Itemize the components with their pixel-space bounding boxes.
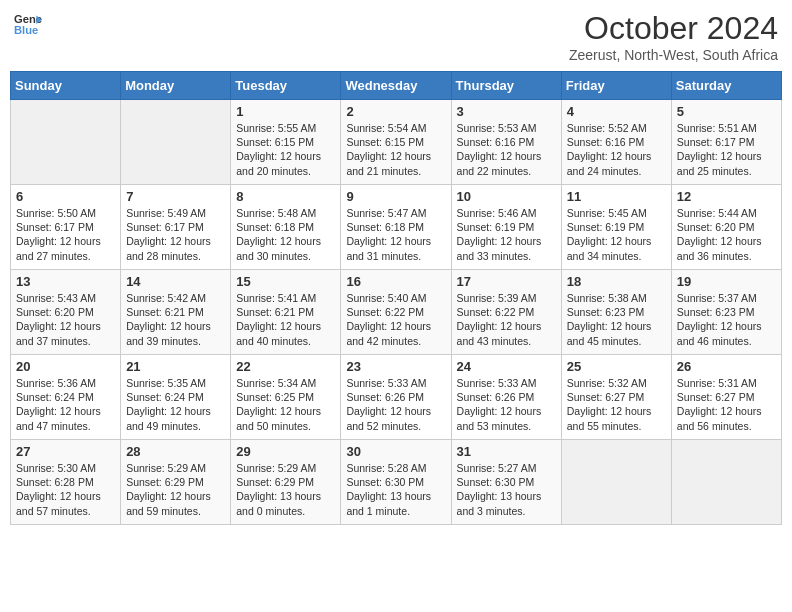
day-info: Sunrise: 5:33 AM Sunset: 6:26 PM Dayligh… bbox=[457, 376, 556, 433]
calendar-week-2: 6Sunrise: 5:50 AM Sunset: 6:17 PM Daylig… bbox=[11, 185, 782, 270]
day-info: Sunrise: 5:33 AM Sunset: 6:26 PM Dayligh… bbox=[346, 376, 445, 433]
day-number: 16 bbox=[346, 274, 445, 289]
calendar-cell-w4-d5: 24Sunrise: 5:33 AM Sunset: 6:26 PM Dayli… bbox=[451, 355, 561, 440]
col-wednesday: Wednesday bbox=[341, 72, 451, 100]
calendar-cell-w1-d1 bbox=[11, 100, 121, 185]
calendar-cell-w1-d7: 5Sunrise: 5:51 AM Sunset: 6:17 PM Daylig… bbox=[671, 100, 781, 185]
day-number: 6 bbox=[16, 189, 115, 204]
calendar-cell-w3-d4: 16Sunrise: 5:40 AM Sunset: 6:22 PM Dayli… bbox=[341, 270, 451, 355]
calendar-cell-w1-d6: 4Sunrise: 5:52 AM Sunset: 6:16 PM Daylig… bbox=[561, 100, 671, 185]
day-number: 29 bbox=[236, 444, 335, 459]
day-info: Sunrise: 5:51 AM Sunset: 6:17 PM Dayligh… bbox=[677, 121, 776, 178]
calendar-cell-w1-d2 bbox=[121, 100, 231, 185]
day-number: 1 bbox=[236, 104, 335, 119]
day-info: Sunrise: 5:35 AM Sunset: 6:24 PM Dayligh… bbox=[126, 376, 225, 433]
day-number: 14 bbox=[126, 274, 225, 289]
day-info: Sunrise: 5:55 AM Sunset: 6:15 PM Dayligh… bbox=[236, 121, 335, 178]
day-number: 28 bbox=[126, 444, 225, 459]
day-info: Sunrise: 5:41 AM Sunset: 6:21 PM Dayligh… bbox=[236, 291, 335, 348]
calendar-cell-w4-d6: 25Sunrise: 5:32 AM Sunset: 6:27 PM Dayli… bbox=[561, 355, 671, 440]
day-info: Sunrise: 5:34 AM Sunset: 6:25 PM Dayligh… bbox=[236, 376, 335, 433]
day-info: Sunrise: 5:40 AM Sunset: 6:22 PM Dayligh… bbox=[346, 291, 445, 348]
calendar-cell-w4-d7: 26Sunrise: 5:31 AM Sunset: 6:27 PM Dayli… bbox=[671, 355, 781, 440]
day-number: 11 bbox=[567, 189, 666, 204]
day-number: 7 bbox=[126, 189, 225, 204]
calendar-week-3: 13Sunrise: 5:43 AM Sunset: 6:20 PM Dayli… bbox=[11, 270, 782, 355]
svg-text:Blue: Blue bbox=[14, 24, 38, 36]
col-saturday: Saturday bbox=[671, 72, 781, 100]
calendar-week-4: 20Sunrise: 5:36 AM Sunset: 6:24 PM Dayli… bbox=[11, 355, 782, 440]
calendar-cell-w4-d2: 21Sunrise: 5:35 AM Sunset: 6:24 PM Dayli… bbox=[121, 355, 231, 440]
day-info: Sunrise: 5:45 AM Sunset: 6:19 PM Dayligh… bbox=[567, 206, 666, 263]
day-number: 15 bbox=[236, 274, 335, 289]
month-title: October 2024 bbox=[569, 10, 778, 47]
day-number: 25 bbox=[567, 359, 666, 374]
calendar-cell-w2-d5: 10Sunrise: 5:46 AM Sunset: 6:19 PM Dayli… bbox=[451, 185, 561, 270]
calendar-cell-w2-d3: 8Sunrise: 5:48 AM Sunset: 6:18 PM Daylig… bbox=[231, 185, 341, 270]
calendar-cell-w5-d6 bbox=[561, 440, 671, 525]
day-number: 10 bbox=[457, 189, 556, 204]
day-info: Sunrise: 5:32 AM Sunset: 6:27 PM Dayligh… bbox=[567, 376, 666, 433]
title-area: October 2024 Zeerust, North-West, South … bbox=[569, 10, 778, 63]
day-info: Sunrise: 5:42 AM Sunset: 6:21 PM Dayligh… bbox=[126, 291, 225, 348]
day-number: 8 bbox=[236, 189, 335, 204]
day-info: Sunrise: 5:36 AM Sunset: 6:24 PM Dayligh… bbox=[16, 376, 115, 433]
day-info: Sunrise: 5:29 AM Sunset: 6:29 PM Dayligh… bbox=[126, 461, 225, 518]
day-number: 5 bbox=[677, 104, 776, 119]
calendar-cell-w1-d3: 1Sunrise: 5:55 AM Sunset: 6:15 PM Daylig… bbox=[231, 100, 341, 185]
day-info: Sunrise: 5:54 AM Sunset: 6:15 PM Dayligh… bbox=[346, 121, 445, 178]
day-number: 9 bbox=[346, 189, 445, 204]
day-number: 19 bbox=[677, 274, 776, 289]
day-number: 22 bbox=[236, 359, 335, 374]
day-info: Sunrise: 5:39 AM Sunset: 6:22 PM Dayligh… bbox=[457, 291, 556, 348]
calendar-cell-w3-d1: 13Sunrise: 5:43 AM Sunset: 6:20 PM Dayli… bbox=[11, 270, 121, 355]
day-number: 21 bbox=[126, 359, 225, 374]
day-number: 24 bbox=[457, 359, 556, 374]
day-number: 4 bbox=[567, 104, 666, 119]
day-number: 20 bbox=[16, 359, 115, 374]
day-number: 12 bbox=[677, 189, 776, 204]
calendar-week-1: 1Sunrise: 5:55 AM Sunset: 6:15 PM Daylig… bbox=[11, 100, 782, 185]
day-info: Sunrise: 5:52 AM Sunset: 6:16 PM Dayligh… bbox=[567, 121, 666, 178]
page-header: General Blue October 2024 Zeerust, North… bbox=[10, 10, 782, 63]
calendar-cell-w5-d4: 30Sunrise: 5:28 AM Sunset: 6:30 PM Dayli… bbox=[341, 440, 451, 525]
day-number: 3 bbox=[457, 104, 556, 119]
day-info: Sunrise: 5:49 AM Sunset: 6:17 PM Dayligh… bbox=[126, 206, 225, 263]
day-number: 2 bbox=[346, 104, 445, 119]
col-friday: Friday bbox=[561, 72, 671, 100]
calendar-cell-w5-d3: 29Sunrise: 5:29 AM Sunset: 6:29 PM Dayli… bbox=[231, 440, 341, 525]
day-info: Sunrise: 5:53 AM Sunset: 6:16 PM Dayligh… bbox=[457, 121, 556, 178]
logo: General Blue bbox=[14, 10, 42, 38]
day-number: 18 bbox=[567, 274, 666, 289]
day-info: Sunrise: 5:31 AM Sunset: 6:27 PM Dayligh… bbox=[677, 376, 776, 433]
calendar-cell-w2-d2: 7Sunrise: 5:49 AM Sunset: 6:17 PM Daylig… bbox=[121, 185, 231, 270]
calendar-table: Sunday Monday Tuesday Wednesday Thursday… bbox=[10, 71, 782, 525]
day-number: 17 bbox=[457, 274, 556, 289]
calendar-cell-w5-d5: 31Sunrise: 5:27 AM Sunset: 6:30 PM Dayli… bbox=[451, 440, 561, 525]
day-number: 23 bbox=[346, 359, 445, 374]
calendar-cell-w5-d1: 27Sunrise: 5:30 AM Sunset: 6:28 PM Dayli… bbox=[11, 440, 121, 525]
calendar-cell-w1-d4: 2Sunrise: 5:54 AM Sunset: 6:15 PM Daylig… bbox=[341, 100, 451, 185]
day-info: Sunrise: 5:28 AM Sunset: 6:30 PM Dayligh… bbox=[346, 461, 445, 518]
calendar-cell-w2-d4: 9Sunrise: 5:47 AM Sunset: 6:18 PM Daylig… bbox=[341, 185, 451, 270]
day-info: Sunrise: 5:48 AM Sunset: 6:18 PM Dayligh… bbox=[236, 206, 335, 263]
calendar-cell-w3-d2: 14Sunrise: 5:42 AM Sunset: 6:21 PM Dayli… bbox=[121, 270, 231, 355]
calendar-cell-w4-d4: 23Sunrise: 5:33 AM Sunset: 6:26 PM Dayli… bbox=[341, 355, 451, 440]
col-tuesday: Tuesday bbox=[231, 72, 341, 100]
calendar-cell-w1-d5: 3Sunrise: 5:53 AM Sunset: 6:16 PM Daylig… bbox=[451, 100, 561, 185]
calendar-cell-w3-d7: 19Sunrise: 5:37 AM Sunset: 6:23 PM Dayli… bbox=[671, 270, 781, 355]
day-info: Sunrise: 5:43 AM Sunset: 6:20 PM Dayligh… bbox=[16, 291, 115, 348]
day-number: 27 bbox=[16, 444, 115, 459]
day-number: 13 bbox=[16, 274, 115, 289]
col-monday: Monday bbox=[121, 72, 231, 100]
calendar-cell-w3-d5: 17Sunrise: 5:39 AM Sunset: 6:22 PM Dayli… bbox=[451, 270, 561, 355]
calendar-cell-w3-d3: 15Sunrise: 5:41 AM Sunset: 6:21 PM Dayli… bbox=[231, 270, 341, 355]
calendar-cell-w3-d6: 18Sunrise: 5:38 AM Sunset: 6:23 PM Dayli… bbox=[561, 270, 671, 355]
day-info: Sunrise: 5:38 AM Sunset: 6:23 PM Dayligh… bbox=[567, 291, 666, 348]
calendar-cell-w5-d2: 28Sunrise: 5:29 AM Sunset: 6:29 PM Dayli… bbox=[121, 440, 231, 525]
day-info: Sunrise: 5:44 AM Sunset: 6:20 PM Dayligh… bbox=[677, 206, 776, 263]
calendar-week-5: 27Sunrise: 5:30 AM Sunset: 6:28 PM Dayli… bbox=[11, 440, 782, 525]
day-info: Sunrise: 5:50 AM Sunset: 6:17 PM Dayligh… bbox=[16, 206, 115, 263]
calendar-cell-w2-d6: 11Sunrise: 5:45 AM Sunset: 6:19 PM Dayli… bbox=[561, 185, 671, 270]
day-info: Sunrise: 5:46 AM Sunset: 6:19 PM Dayligh… bbox=[457, 206, 556, 263]
